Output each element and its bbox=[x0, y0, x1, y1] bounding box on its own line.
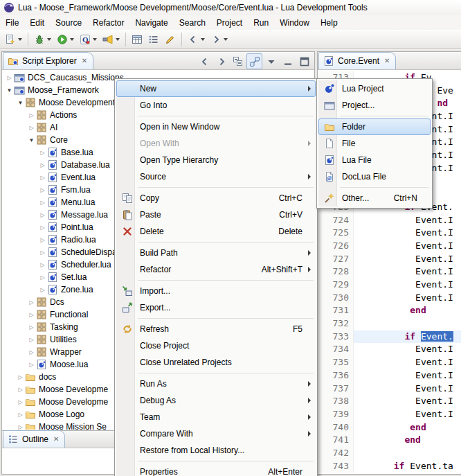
view-menu-button[interactable] bbox=[263, 53, 279, 69]
expand-arrow-icon[interactable]: ▷ bbox=[16, 399, 25, 405]
collapse-arrow-icon[interactable]: ▼ bbox=[16, 100, 25, 106]
menu-item-new[interactable]: New bbox=[116, 80, 316, 97]
menu-item-lua-file[interactable]: Lua File bbox=[318, 152, 431, 168]
menu-item-open-with[interactable]: Open With bbox=[116, 135, 316, 152]
menu-item-other[interactable]: Other...Ctrl+N bbox=[318, 190, 431, 206]
menu-item-delete[interactable]: DeleteDelete bbox=[116, 223, 316, 240]
expand-arrow-icon[interactable]: ▷ bbox=[38, 200, 47, 206]
expand-arrow-icon[interactable]: ▷ bbox=[16, 412, 25, 418]
expand-arrow-icon[interactable]: ▷ bbox=[38, 162, 47, 168]
menubar-item-refactor[interactable]: Refactor bbox=[87, 15, 129, 30]
lua-file-icon bbox=[47, 247, 58, 258]
menu-item-lua-project[interactable]: Lua Project bbox=[318, 80, 431, 97]
expand-arrow-icon[interactable]: ▷ bbox=[27, 324, 36, 330]
back-button[interactable] bbox=[197, 53, 213, 69]
menubar-item-file[interactable]: File bbox=[0, 15, 24, 30]
run-button[interactable] bbox=[54, 31, 77, 49]
expand-arrow-icon[interactable]: ▷ bbox=[38, 187, 47, 193]
menubar-item-search[interactable]: Search bbox=[174, 15, 211, 30]
expand-arrow-icon[interactable]: ▷ bbox=[27, 349, 36, 355]
menubar-item-window[interactable]: Window bbox=[274, 15, 315, 30]
expand-arrow-icon[interactable]: ▷ bbox=[27, 362, 36, 368]
menu-item-close-project[interactable]: Close Project bbox=[116, 337, 316, 354]
menu-item-restore-from-local-history[interactable]: Restore from Local History... bbox=[116, 442, 316, 459]
menubar-item-help[interactable]: Help bbox=[315, 15, 343, 30]
menu-item-build-path[interactable]: Build Path bbox=[116, 245, 316, 261]
expand-arrow-icon[interactable]: ▷ bbox=[27, 337, 36, 343]
expand-arrow-icon[interactable]: ▷ bbox=[27, 312, 36, 318]
expand-arrow-icon[interactable]: ▷ bbox=[38, 262, 47, 268]
menu-item-doclua-file[interactable]: @DocLua File bbox=[318, 168, 431, 185]
external-tools-button[interactable] bbox=[100, 31, 123, 49]
menu-item-open-in-new-window[interactable]: Open in New Window bbox=[116, 118, 316, 135]
collapse-arrow-icon[interactable]: ▼ bbox=[5, 87, 14, 94]
menu-item-debug-as[interactable]: Debug As bbox=[116, 392, 316, 409]
expand-arrow-icon[interactable]: ▷ bbox=[16, 387, 25, 393]
menu-item-refresh[interactable]: RefreshF5 bbox=[116, 321, 316, 337]
menubar-item-project[interactable]: Project bbox=[211, 15, 248, 30]
menu-item-go-into[interactable]: Go Into bbox=[116, 97, 316, 114]
open-element-button[interactable] bbox=[129, 31, 145, 49]
menu-item-refactor[interactable]: RefactorAlt+Shift+T bbox=[116, 261, 316, 278]
close-icon[interactable]: ✕ bbox=[82, 58, 87, 64]
line-number: 731 bbox=[318, 304, 354, 317]
maximize-button[interactable] bbox=[296, 53, 312, 69]
minimize-button[interactable] bbox=[280, 53, 296, 69]
back-button[interactable] bbox=[185, 31, 208, 49]
forward-button[interactable] bbox=[213, 53, 229, 69]
expand-arrow-icon[interactable]: ▷ bbox=[16, 424, 25, 430]
menu-item-paste[interactable]: PasteCtrl+V bbox=[116, 206, 316, 223]
menu-item-folder[interactable]: Folder bbox=[318, 118, 431, 135]
menubar-item-navigate[interactable]: Navigate bbox=[129, 15, 173, 30]
expand-arrow-icon[interactable]: ▷ bbox=[27, 299, 36, 306]
menubar-item-source[interactable]: Source bbox=[50, 15, 87, 30]
expand-arrow-icon[interactable]: ▷ bbox=[38, 212, 47, 218]
outline-view-button[interactable] bbox=[145, 31, 162, 49]
debug-button[interactable] bbox=[31, 31, 54, 49]
menubar: FileEditSourceRefactorNavigateSearchProj… bbox=[0, 15, 461, 30]
forward-button[interactable] bbox=[208, 31, 230, 49]
link-with-editor-button[interactable] bbox=[246, 53, 262, 69]
expand-arrow-icon[interactable]: ▷ bbox=[16, 374, 25, 380]
code-line: 740 end bbox=[318, 421, 461, 434]
expand-arrow-icon[interactable]: ▷ bbox=[38, 224, 47, 231]
expand-arrow-icon[interactable]: ▷ bbox=[27, 125, 36, 131]
menu-item-file[interactable]: File bbox=[318, 135, 431, 152]
tree-item-label: Actions bbox=[50, 110, 77, 120]
menu-item-close-unrelated-projects[interactable]: Close Unrelated Projects bbox=[116, 354, 316, 371]
project-new-icon bbox=[324, 100, 335, 111]
menu-item-properties[interactable]: PropertiesAlt+Enter bbox=[116, 464, 316, 476]
expand-arrow-icon[interactable]: ▷ bbox=[38, 287, 47, 293]
last-edit-location-button[interactable] bbox=[162, 31, 179, 49]
menu-item-compare-with[interactable]: Compare With bbox=[116, 425, 316, 442]
code-segment: Event.I bbox=[356, 279, 453, 290]
tab-script-explorer[interactable]: Script Explorer ✕ bbox=[3, 52, 93, 69]
menu-item-import[interactable]: Import... bbox=[116, 283, 316, 299]
new-wizard-button[interactable] bbox=[2, 31, 25, 49]
collapse-arrow-icon[interactable]: ▼ bbox=[27, 137, 36, 143]
menu-item-project[interactable]: Project... bbox=[318, 97, 431, 114]
expand-arrow-icon[interactable]: ▷ bbox=[38, 274, 47, 281]
coverage-button[interactable]: Q bbox=[77, 31, 100, 49]
menubar-item-run[interactable]: Run bbox=[248, 15, 274, 30]
collapse-all-button[interactable] bbox=[230, 53, 246, 69]
menubar-item-edit[interactable]: Edit bbox=[24, 15, 50, 30]
tab-core-event[interactable]: Core.Event ✕ bbox=[318, 52, 396, 69]
menu-item-copy[interactable]: CopyCtrl+C bbox=[116, 190, 316, 206]
expand-arrow-icon[interactable]: ▷ bbox=[38, 249, 47, 256]
code-line: 737 Event.I bbox=[318, 382, 461, 396]
expand-arrow-icon[interactable]: ▷ bbox=[38, 237, 47, 243]
expand-arrow-icon[interactable]: ▷ bbox=[38, 175, 47, 181]
menu-item-export[interactable]: Export... bbox=[116, 299, 316, 316]
menu-item-run-as[interactable]: Run As bbox=[116, 376, 316, 392]
tab-outline[interactable]: Outline ✕ bbox=[3, 430, 65, 448]
close-icon[interactable]: ✕ bbox=[384, 58, 390, 64]
menu-item-source[interactable]: Source bbox=[116, 168, 316, 185]
expand-arrow-icon[interactable]: ▷ bbox=[5, 75, 14, 81]
line-number: 743 bbox=[318, 460, 354, 473]
menu-item-team[interactable]: Team bbox=[116, 409, 316, 425]
expand-arrow-icon[interactable]: ▷ bbox=[38, 150, 47, 156]
expand-arrow-icon[interactable]: ▷ bbox=[27, 112, 36, 118]
menu-item-open-type-hierarchy[interactable]: Open Type Hierarchy bbox=[116, 152, 316, 168]
close-icon[interactable]: ✕ bbox=[53, 436, 59, 443]
